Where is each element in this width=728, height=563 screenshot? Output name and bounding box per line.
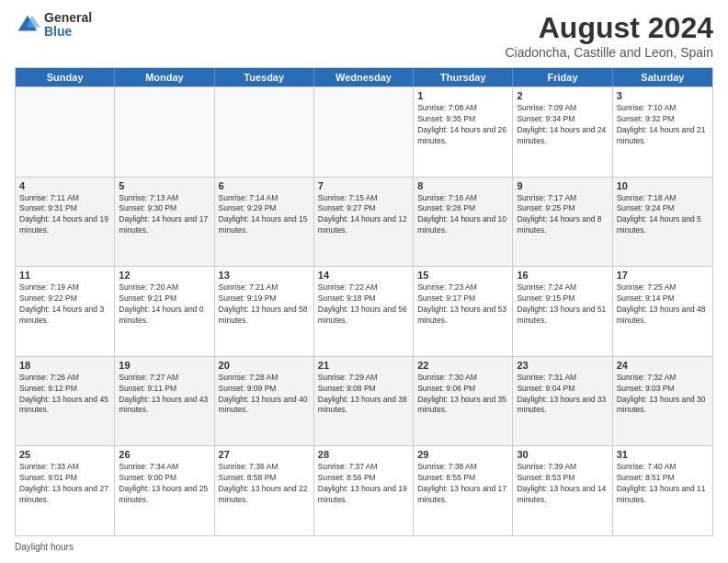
calendar-row: 1Sunrise: 7:08 AMSunset: 9:35 PMDaylight…	[16, 86, 712, 177]
cell-info: Sunrise: 7:39 AMSunset: 8:53 PMDaylight:…	[517, 462, 608, 506]
calendar-header-cell: Friday	[513, 68, 612, 86]
cell-info: Sunrise: 7:21 AMSunset: 9:19 PMDaylight:…	[219, 282, 310, 327]
calendar-cell: 5Sunrise: 7:13 AMSunset: 9:30 PMDaylight…	[115, 178, 214, 267]
logo-icon	[15, 12, 40, 38]
day-number: 4	[19, 180, 110, 191]
day-number: 13	[219, 270, 310, 281]
day-number: 8	[417, 180, 508, 191]
footer-text: Daylight hours	[15, 542, 74, 552]
calendar-cell-empty	[115, 87, 214, 177]
day-number: 24	[617, 360, 709, 371]
calendar-cell-empty	[16, 87, 115, 177]
day-number: 31	[617, 449, 709, 460]
calendar-cell: 21Sunrise: 7:29 AMSunset: 9:08 PMDayligh…	[314, 357, 414, 446]
calendar-cell-empty	[314, 87, 414, 177]
day-number: 28	[318, 449, 409, 460]
cell-info: Sunrise: 7:20 AMSunset: 9:21 PMDaylight:…	[119, 282, 210, 327]
cell-info: Sunrise: 7:15 AMSunset: 9:27 PMDaylight:…	[318, 193, 409, 237]
calendar-cell: 25Sunrise: 7:33 AMSunset: 9:01 PMDayligh…	[16, 446, 115, 535]
cell-info: Sunrise: 7:34 AMSunset: 9:00 PMDaylight:…	[119, 462, 210, 506]
page: General Blue August 2024 Ciadoncha, Cast…	[0, 0, 728, 563]
day-number: 27	[219, 449, 310, 460]
calendar-cell: 20Sunrise: 7:28 AMSunset: 9:09 PMDayligh…	[215, 357, 314, 446]
day-number: 19	[119, 360, 210, 371]
day-number: 29	[417, 449, 508, 460]
day-number: 22	[417, 360, 508, 371]
day-number: 16	[517, 270, 608, 281]
day-number: 9	[517, 180, 608, 191]
calendar: SundayMondayTuesdayWednesdayThursdayFrid…	[15, 67, 713, 536]
calendar-cell: 18Sunrise: 7:26 AMSunset: 9:12 PMDayligh…	[16, 357, 115, 446]
logo-blue: Blue	[44, 25, 92, 39]
cell-info: Sunrise: 7:13 AMSunset: 9:30 PMDaylight:…	[119, 193, 210, 237]
cell-info: Sunrise: 7:36 AMSunset: 8:58 PMDaylight:…	[219, 462, 310, 506]
cell-info: Sunrise: 7:40 AMSunset: 8:51 PMDaylight:…	[617, 462, 709, 506]
calendar-row: 25Sunrise: 7:33 AMSunset: 9:01 PMDayligh…	[16, 445, 712, 535]
logo: General Blue	[15, 11, 92, 40]
day-number: 25	[19, 449, 110, 460]
calendar-header-cell: Wednesday	[314, 68, 414, 86]
cell-info: Sunrise: 7:32 AMSunset: 9:03 PMDaylight:…	[617, 373, 709, 417]
calendar-header: SundayMondayTuesdayWednesdayThursdayFrid…	[16, 68, 712, 86]
cell-info: Sunrise: 7:30 AMSunset: 9:06 PMDaylight:…	[417, 373, 508, 417]
calendar-header-cell: Thursday	[414, 68, 513, 86]
day-number: 12	[119, 270, 210, 281]
cell-info: Sunrise: 7:28 AMSunset: 9:09 PMDaylight:…	[219, 373, 310, 417]
cell-info: Sunrise: 7:19 AMSunset: 9:22 PMDaylight:…	[19, 282, 110, 327]
calendar-cell: 28Sunrise: 7:37 AMSunset: 8:56 PMDayligh…	[314, 446, 414, 535]
cell-info: Sunrise: 7:17 AMSunset: 9:25 PMDaylight:…	[517, 193, 608, 237]
calendar-cell: 22Sunrise: 7:30 AMSunset: 9:06 PMDayligh…	[414, 357, 513, 446]
calendar-row: 4Sunrise: 7:11 AMSunset: 9:31 PMDaylight…	[16, 177, 712, 267]
cell-info: Sunrise: 7:09 AMSunset: 9:34 PMDaylight:…	[517, 103, 608, 147]
calendar-cell: 12Sunrise: 7:20 AMSunset: 9:21 PMDayligh…	[115, 267, 214, 356]
calendar-header-cell: Sunday	[16, 68, 115, 86]
calendar-cell: 1Sunrise: 7:08 AMSunset: 9:35 PMDaylight…	[414, 87, 513, 177]
cell-info: Sunrise: 7:22 AMSunset: 9:18 PMDaylight:…	[318, 282, 409, 327]
day-number: 2	[517, 90, 608, 101]
calendar-cell: 13Sunrise: 7:21 AMSunset: 9:19 PMDayligh…	[215, 267, 314, 356]
calendar-cell: 14Sunrise: 7:22 AMSunset: 9:18 PMDayligh…	[314, 267, 414, 356]
calendar-cell: 17Sunrise: 7:25 AMSunset: 9:14 PMDayligh…	[613, 267, 712, 356]
day-number: 3	[617, 90, 709, 101]
day-number: 18	[19, 360, 110, 371]
calendar-cell: 29Sunrise: 7:38 AMSunset: 8:55 PMDayligh…	[414, 446, 513, 535]
cell-info: Sunrise: 7:08 AMSunset: 9:35 PMDaylight:…	[417, 103, 508, 147]
calendar-cell: 30Sunrise: 7:39 AMSunset: 8:53 PMDayligh…	[513, 446, 612, 535]
calendar-cell: 2Sunrise: 7:09 AMSunset: 9:34 PMDaylight…	[513, 87, 612, 177]
day-number: 14	[318, 270, 409, 281]
calendar-cell: 4Sunrise: 7:11 AMSunset: 9:31 PMDaylight…	[16, 178, 115, 267]
cell-info: Sunrise: 7:27 AMSunset: 9:11 PMDaylight:…	[119, 373, 210, 417]
cell-info: Sunrise: 7:11 AMSunset: 9:31 PMDaylight:…	[19, 193, 110, 237]
day-number: 6	[219, 180, 310, 191]
day-number: 17	[617, 270, 709, 281]
cell-info: Sunrise: 7:18 AMSunset: 9:24 PMDaylight:…	[617, 193, 709, 237]
calendar-body: 1Sunrise: 7:08 AMSunset: 9:35 PMDaylight…	[16, 86, 712, 535]
cell-info: Sunrise: 7:16 AMSunset: 9:26 PMDaylight:…	[417, 193, 508, 237]
cell-info: Sunrise: 7:38 AMSunset: 8:55 PMDaylight:…	[417, 462, 508, 506]
day-number: 11	[19, 270, 110, 281]
cell-info: Sunrise: 7:10 AMSunset: 9:32 PMDaylight:…	[617, 103, 709, 147]
calendar-row: 11Sunrise: 7:19 AMSunset: 9:22 PMDayligh…	[16, 266, 712, 356]
calendar-cell: 23Sunrise: 7:31 AMSunset: 9:04 PMDayligh…	[513, 357, 612, 446]
cell-info: Sunrise: 7:26 AMSunset: 9:12 PMDaylight:…	[19, 373, 110, 417]
sub-title: Ciadoncha, Castille and Leon, Spain	[506, 45, 714, 60]
day-number: 21	[318, 360, 409, 371]
day-number: 7	[318, 180, 409, 191]
calendar-cell: 27Sunrise: 7:36 AMSunset: 8:58 PMDayligh…	[215, 446, 314, 535]
cell-info: Sunrise: 7:23 AMSunset: 9:17 PMDaylight:…	[417, 282, 508, 327]
calendar-cell: 16Sunrise: 7:24 AMSunset: 9:15 PMDayligh…	[513, 267, 612, 356]
calendar-cell: 24Sunrise: 7:32 AMSunset: 9:03 PMDayligh…	[613, 357, 712, 446]
calendar-header-cell: Monday	[115, 68, 214, 86]
title-block: August 2024 Ciadoncha, Castille and Leon…	[506, 11, 714, 60]
day-number: 5	[119, 180, 210, 191]
day-number: 20	[219, 360, 310, 371]
calendar-cell: 11Sunrise: 7:19 AMSunset: 9:22 PMDayligh…	[16, 267, 115, 356]
cell-info: Sunrise: 7:25 AMSunset: 9:14 PMDaylight:…	[617, 282, 709, 327]
calendar-cell-empty	[215, 87, 314, 177]
calendar-cell: 7Sunrise: 7:15 AMSunset: 9:27 PMDaylight…	[314, 178, 414, 267]
day-number: 26	[119, 449, 210, 460]
cell-info: Sunrise: 7:29 AMSunset: 9:08 PMDaylight:…	[318, 373, 409, 417]
calendar-cell: 15Sunrise: 7:23 AMSunset: 9:17 PMDayligh…	[414, 267, 513, 356]
logo-general: General	[44, 11, 92, 25]
calendar-cell: 6Sunrise: 7:14 AMSunset: 9:29 PMDaylight…	[215, 178, 314, 267]
